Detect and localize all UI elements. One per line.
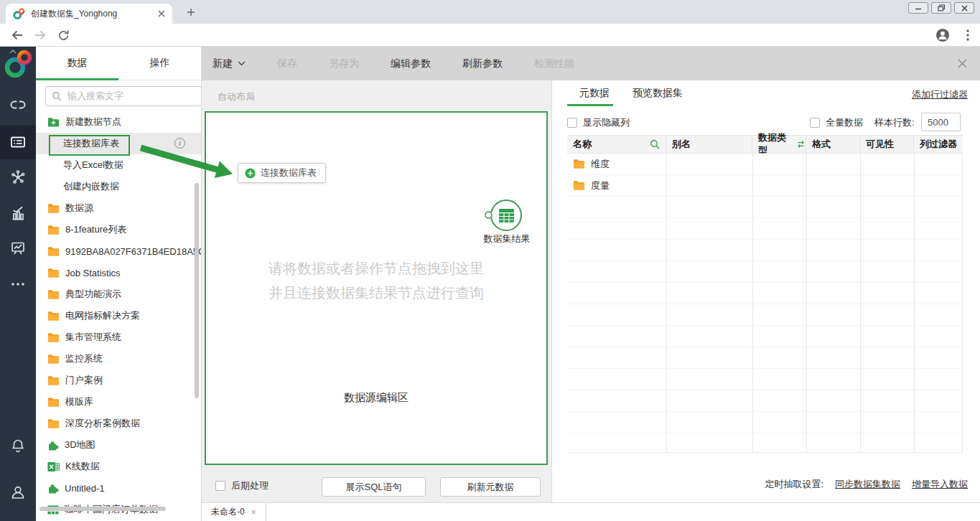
left-panel-tabs: 数据 操作	[36, 47, 201, 80]
close-editor-icon[interactable]	[956, 57, 969, 70]
more-icon[interactable]	[0, 270, 36, 299]
convert-type-icon[interactable]	[796, 140, 806, 149]
link-icon[interactable]	[0, 90, 36, 119]
window-minimize-button[interactable]	[908, 2, 928, 14]
notifications-bell-icon[interactable]	[0, 431, 36, 460]
table-row-measures[interactable]: 度量	[567, 175, 610, 197]
back-icon[interactable]	[10, 28, 24, 42]
horizontal-scrollbar[interactable]	[39, 507, 166, 511]
lineage-icon[interactable]	[0, 163, 36, 192]
folder-icon	[47, 332, 60, 342]
column-header-visibility[interactable]: 可见性	[860, 136, 914, 153]
tab-data[interactable]: 数据	[36, 47, 118, 80]
node-input-port[interactable]	[485, 211, 493, 219]
search-input[interactable]	[66, 90, 195, 102]
folder-icon	[573, 159, 585, 171]
tree-item-3d-map[interactable]: 3D地图	[36, 434, 201, 456]
tree-item-untitled-1[interactable]: Untitled-1	[36, 477, 201, 499]
window-controls	[908, 2, 974, 14]
refresh-metadata-button[interactable]: 刷新元数据	[440, 477, 541, 497]
column-header-alias[interactable]: 别名	[666, 136, 752, 153]
column-header-name[interactable]: 名称	[567, 136, 666, 153]
post-process-option[interactable]: 后期处理	[215, 479, 269, 492]
tree-item-folder[interactable]: 数据源	[36, 197, 201, 219]
tree-item-folder[interactable]: 8-1feature列表	[36, 219, 201, 240]
yonghong-logo-icon[interactable]	[0, 48, 36, 80]
dataset-list-icon[interactable]	[0, 128, 36, 156]
new-menu-button[interactable]: 新建	[213, 57, 246, 70]
edit-params-button[interactable]: 编辑参数	[391, 57, 431, 70]
folder-icon	[47, 418, 60, 428]
tree-item-create-embedded[interactable]: 创建内嵌数据	[36, 176, 201, 197]
show-sql-button[interactable]: 展示SQL语句	[322, 477, 426, 497]
check-performance-button[interactable]: 检测性能	[534, 57, 574, 70]
incremental-import-link[interactable]: 增量导入数据	[912, 478, 968, 491]
show-hidden-columns-checkbox[interactable]	[567, 118, 577, 128]
column-header-colfilter[interactable]: 列过滤器	[914, 136, 963, 153]
check-performance-label: 检测性能	[534, 57, 574, 70]
tree-item-folder[interactable]: 9192BA8A027F6371B4ED18A5C6	[36, 240, 201, 262]
tab-close-icon[interactable]: ×	[251, 507, 256, 517]
column-header-format[interactable]: 格式	[806, 136, 860, 153]
tree-item-label: 3D地图	[65, 438, 95, 451]
tree-item-folder[interactable]: 电网指标解决方案	[36, 305, 201, 327]
tree-item-kline-data[interactable]: K线数据	[36, 456, 201, 477]
excel-file-icon	[47, 461, 60, 472]
dataset-result-label: 数据集结果	[477, 233, 536, 245]
full-data-label: 全量数据	[826, 116, 863, 129]
user-icon[interactable]	[0, 478, 36, 507]
tab-preview-dataset[interactable]: 预览数据集	[633, 87, 683, 100]
tree-item-folder[interactable]: 监控系统	[36, 348, 201, 370]
browser-tab[interactable]: 创建数据集_Yonghong	[6, 4, 172, 24]
add-row-filter-link[interactable]: 添加行过滤器	[912, 88, 968, 101]
metadata-table-body: 维度 度量	[567, 154, 963, 453]
window-close-button[interactable]	[954, 2, 974, 14]
tree-item-connect-db-table[interactable]: 连接数据库表 i	[36, 133, 201, 154]
tree-item-folder[interactable]: 典型功能演示	[36, 283, 201, 305]
save-as-button[interactable]: 另存为	[329, 57, 359, 70]
vertical-scrollbar[interactable]	[195, 183, 199, 398]
dataset-result-node[interactable]	[490, 200, 522, 231]
tree-item-folder[interactable]: 模版库	[36, 391, 201, 413]
new-tab-button[interactable]	[182, 5, 200, 19]
tab-operations[interactable]: 操作	[118, 47, 201, 80]
chart-icon[interactable]	[0, 199, 36, 227]
forward-icon[interactable]	[33, 28, 47, 42]
info-icon[interactable]: i	[174, 138, 185, 149]
sync-dataset-link[interactable]: 同步数据集数据	[835, 478, 900, 491]
editor-toolbar: 新建 保存 另存为 编辑参数 刷新参数 检测性能	[202, 47, 980, 80]
full-data-checkbox[interactable]	[810, 118, 820, 128]
table-row-dimensions[interactable]: 维度	[567, 154, 610, 175]
refresh-params-button[interactable]: 刷新参数	[462, 57, 503, 70]
reload-icon[interactable]	[56, 28, 70, 42]
post-process-checkbox[interactable]	[215, 481, 225, 491]
connect-db-table-button[interactable]: 连接数据库表	[238, 163, 326, 183]
full-data-option[interactable]: 全量数据 样本行数:	[810, 116, 915, 129]
tab-metadata[interactable]: 元数据	[579, 87, 610, 100]
column-header-label: 列过滤器	[920, 138, 957, 151]
tree-item-import-excel[interactable]: 导入Excel数据	[36, 154, 201, 176]
window-restore-button[interactable]	[931, 2, 951, 14]
tree-item-new-data-node[interactable]: 新建数据节点	[36, 111, 201, 133]
show-hidden-columns-option[interactable]: 显示隐藏列	[567, 116, 630, 129]
dataset-tab-label: 未命名-0	[211, 506, 245, 518]
profile-avatar-icon[interactable]	[935, 28, 950, 42]
column-separator	[860, 154, 861, 452]
search-box[interactable]	[45, 86, 202, 106]
dataset-tab-unnamed-0[interactable]: 未命名-0 ×	[202, 503, 266, 521]
sample-rows-input[interactable]	[921, 113, 961, 131]
save-button[interactable]: 保存	[277, 57, 297, 70]
tree-item-folder[interactable]: 深度分析案例数据	[36, 413, 201, 434]
tree-item-label: 创建内嵌数据	[63, 180, 119, 193]
column-search-icon[interactable]	[650, 139, 660, 149]
auto-layout-button[interactable]: 自动布局	[218, 90, 255, 103]
editor-canvas[interactable]: 连接数据库表 数据集结果 请将数据或者操作节点拖拽到这里 并且连接数据集结果节点…	[205, 111, 548, 465]
tab-close-icon[interactable]	[158, 10, 165, 17]
dashboard-icon[interactable]	[0, 234, 36, 263]
tree-item-folder[interactable]: 集市管理系统	[36, 327, 201, 348]
data-node-tree: 新建数据节点 连接数据库表 i 导入Excel数据 创建内嵌数据 数据源 8-1…	[36, 111, 201, 520]
tree-item-folder[interactable]: Job Statistics	[36, 262, 201, 283]
chrome-menu-icon[interactable]	[961, 28, 975, 42]
tree-item-folder[interactable]: 门户案例	[36, 370, 201, 391]
column-header-datatype[interactable]: 数据类型	[752, 136, 806, 153]
